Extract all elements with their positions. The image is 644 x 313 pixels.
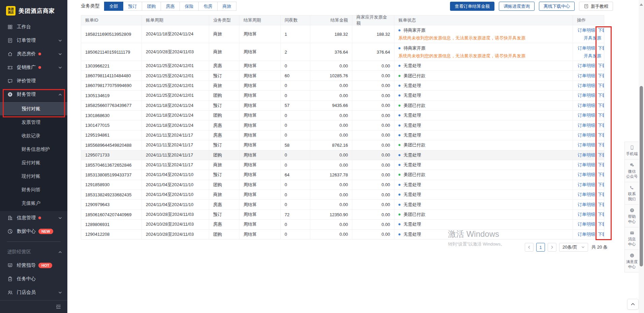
download-link[interactable]: 下载 <box>598 202 604 208</box>
download-link[interactable]: 下载 <box>598 45 604 51</box>
order-detail-link[interactable]: 订单明细 <box>578 83 595 89</box>
order-detail-link[interactable]: 订单明细 <box>578 132 595 138</box>
sidebar-item-business-guide[interactable]: 经营指导HOT <box>0 259 67 272</box>
order-detail-link[interactable]: 订单明细 <box>578 182 595 188</box>
sidebar-item-info-management[interactable]: 信息管理 <box>0 211 67 225</box>
cell-settle_cycle: 周结算 <box>239 131 281 140</box>
collapse-sidebar-icon[interactable] <box>56 304 61 310</box>
sidebar-subitem-finance-qa[interactable]: 财务问答 <box>0 183 67 196</box>
sidebar-subitem-invoice-management[interactable]: 发票管理 <box>0 115 67 129</box>
sidebar-item-promotion[interactable]: 促销推广 <box>0 61 67 74</box>
order-detail-link[interactable]: 订单明细 <box>578 45 595 51</box>
page-size-select[interactable]: 20条/页 <box>559 243 588 252</box>
sidebar-item-workbench[interactable]: 工作台 <box>0 20 67 34</box>
download-link[interactable]: 下载 <box>598 112 604 118</box>
download-link[interactable]: 下载 <box>598 211 604 218</box>
order-detail-link[interactable]: 订单明细 <box>578 142 595 148</box>
sidebar-subitem-recharge-account[interactable]: 充值账户 <box>0 196 67 210</box>
cell-room_nights: 0 <box>281 61 310 70</box>
sidebar-item-store-member[interactable]: 门店会员 <box>0 286 67 299</box>
order-detail-link[interactable]: 订单明细 <box>578 202 595 208</box>
offline-download-center-button[interactable]: 离线下载中心 <box>539 2 575 11</box>
panel-item-message-center[interactable]: 消息中心 <box>625 227 639 250</box>
tab-商旅[interactable]: 商旅 <box>217 2 236 11</box>
sidebar-item-room-status-price[interactable]: 房态房价 <box>0 47 67 61</box>
download-link[interactable]: 下载 <box>598 172 604 178</box>
download-link[interactable]: 下载 <box>598 122 604 129</box>
order-detail-link[interactable]: 订单明细 <box>578 221 595 227</box>
tab-预订[interactable]: 预订 <box>123 2 142 11</box>
order-detail-link[interactable]: 订单明细 <box>578 63 595 69</box>
sidebar-subitem-cash-reconciliation[interactable]: 现付对账 <box>0 169 67 183</box>
panel-item-mobile-app[interactable]: 手机端 <box>625 142 639 160</box>
cell-bill_id: 1291858930 <box>81 180 142 190</box>
sidebar-subitem-prepaid-reconciliation[interactable]: 预付对账 <box>0 102 67 115</box>
tab-全部[interactable]: 全部 <box>104 2 123 11</box>
next-page-button[interactable] <box>548 243 556 252</box>
download-link[interactable]: 下载 <box>598 92 604 98</box>
view-order-settlement-button[interactable]: 查看订单结算金额 <box>450 2 494 11</box>
download-link[interactable]: 下载 <box>598 152 604 158</box>
cell-bill_status: 无需处理 <box>394 220 573 229</box>
panel-item-contact-us[interactable]: 联系我们 <box>625 182 639 205</box>
page-number-button[interactable]: 1 <box>536 243 545 252</box>
sidebar-item-data-center[interactable]: 数据中心NEW <box>0 225 67 238</box>
watermark-line2: 转到“设置”以激活 Windows。 <box>448 241 505 247</box>
issue-invoice-link[interactable]: 开具发票 <box>584 35 601 40</box>
download-link[interactable]: 下载 <box>598 103 604 109</box>
order-detail-link[interactable]: 订单明细 <box>578 27 595 33</box>
table-row: 18556896445498204882024/11/11至2024/11/17… <box>81 140 604 150</box>
download-link[interactable]: 下载 <box>598 63 604 69</box>
panel-item-help-center[interactable]: ?帮助中心 <box>625 205 639 227</box>
panel-item-wechat-official-account[interactable]: 微信公众号 <box>625 160 639 182</box>
order-detail-link[interactable]: 订单明细 <box>578 192 595 198</box>
column-header-room_nights: 间夜数 <box>281 16 310 25</box>
issue-invoice-link[interactable]: 开具发票 <box>584 53 601 58</box>
download-link[interactable]: 下载 <box>598 132 604 138</box>
sidebar-item-task-center[interactable]: 任务中心 <box>0 272 67 286</box>
cell-invoice_amount: 0.00 <box>352 150 394 160</box>
order-detail-link[interactable]: 订单明细 <box>578 152 595 158</box>
window-scrollbar[interactable] <box>639 0 644 313</box>
download-link[interactable]: 下载 <box>598 221 604 227</box>
panel-item-satisfaction-center[interactable]: 满意度中心 <box>625 250 639 272</box>
tab-包房[interactable]: 包房 <box>198 2 218 11</box>
order-detail-link[interactable]: 订单明细 <box>578 112 595 118</box>
scrollbar-thumb[interactable] <box>640 86 643 266</box>
tab-团购[interactable]: 团购 <box>142 2 161 11</box>
sidebar-item-label: 门店会员 <box>17 289 36 295</box>
order-detail-link[interactable]: 订单明细 <box>578 162 595 168</box>
order-detail-link[interactable]: 订单明细 <box>578 231 595 237</box>
cell-bill_id: 1295194861 <box>81 131 142 140</box>
order-detail-link[interactable]: 订单明细 <box>578 211 595 218</box>
tab-房惠[interactable]: 房惠 <box>161 2 180 11</box>
download-link[interactable]: 下载 <box>598 162 604 168</box>
download-link[interactable]: 下载 <box>598 73 604 79</box>
sidebar-subitem-payment-records[interactable]: 收款记录 <box>0 129 67 142</box>
order-detail-link[interactable]: 订单明细 <box>578 73 595 79</box>
sidebar-subitem-payable-reconciliation[interactable]: 应付对账 <box>0 156 67 169</box>
business-type-tabs: 全部预订团购房惠保险包房商旅 <box>104 2 236 11</box>
adjustment-progress-button[interactable]: 调账进度查询 <box>499 2 535 11</box>
beginner-tutorial-button[interactable]: 新手教程 <box>579 2 613 11</box>
sidebar-item-finance-management[interactable]: ¥财务管理 <box>0 88 67 101</box>
prev-page-button[interactable] <box>525 243 534 252</box>
scrollbar-up-arrow-icon[interactable] <box>640 3 643 6</box>
download-link[interactable]: 下载 <box>598 27 604 33</box>
cell-bill_period: 2024/11/11至2024/11/17 <box>142 150 209 160</box>
sidebar-subitem-finance-info-maintenance[interactable]: 财务信息维护 <box>0 142 67 156</box>
sidebar-item-review-management[interactable]: 评价管理 <box>0 74 67 88</box>
order-detail-link[interactable]: 订单明细 <box>578 122 595 129</box>
order-detail-link[interactable]: 订单明细 <box>578 103 595 109</box>
back-to-top-button[interactable] <box>627 299 639 310</box>
order-detail-link[interactable]: 订单明细 <box>578 172 595 178</box>
download-link[interactable]: 下载 <box>598 83 604 89</box>
download-link[interactable]: 下载 <box>598 182 604 188</box>
invoice-warning-text: 系统尚未收到您的发票信息，无法展示发票进度，请尽快开具发票 <box>398 35 525 41</box>
order-detail-link[interactable]: 订单明细 <box>578 92 595 98</box>
sidebar-item-order-management[interactable]: 订单管理 <box>0 34 67 47</box>
download-link[interactable]: 下载 <box>598 142 604 148</box>
download-link[interactable]: 下载 <box>598 231 604 237</box>
tab-保险[interactable]: 保险 <box>180 2 199 11</box>
download-link[interactable]: 下载 <box>598 192 604 198</box>
